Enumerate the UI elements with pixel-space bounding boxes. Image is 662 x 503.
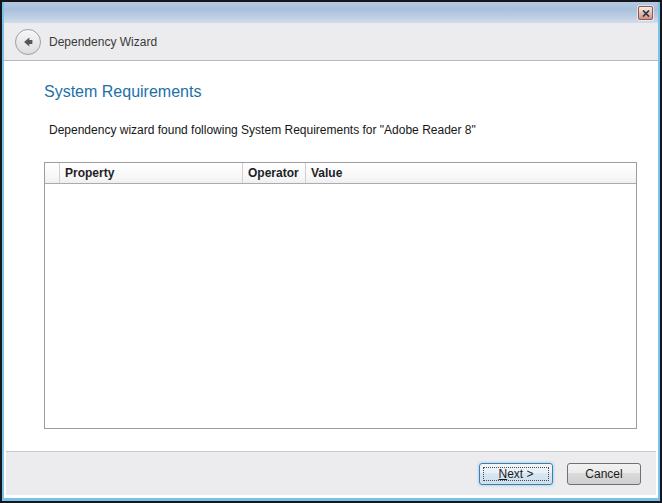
- column-header-operator[interactable]: Operator: [243, 163, 306, 183]
- next-button[interactable]: Next >: [479, 463, 553, 485]
- column-header-value[interactable]: Value: [306, 163, 636, 183]
- back-arrow-icon: [21, 35, 35, 49]
- content-area: System Requirements Dependency wizard fo…: [6, 62, 656, 454]
- titlebar: [4, 2, 658, 23]
- cancel-button[interactable]: Cancel: [567, 463, 641, 485]
- button-bar: Next > Cancel: [6, 451, 656, 495]
- column-header-blank[interactable]: [45, 163, 60, 183]
- table-body[interactable]: [45, 185, 636, 428]
- close-button[interactable]: [638, 6, 653, 20]
- next-button-focus-rect: Next >: [483, 467, 549, 481]
- wizard-header: Dependency Wizard: [4, 23, 658, 61]
- column-header-property[interactable]: Property: [60, 163, 243, 183]
- description-text: Dependency wizard found following System…: [49, 123, 476, 137]
- cancel-button-label: Cancel: [585, 467, 622, 481]
- dependency-wizard-window: Dependency Wizard System Requirements De…: [0, 0, 662, 503]
- table-header-row: Property Operator Value: [45, 163, 636, 184]
- window-inner: Dependency Wizard System Requirements De…: [2, 2, 660, 501]
- back-button[interactable]: [15, 29, 41, 55]
- requirements-table: Property Operator Value: [44, 162, 637, 429]
- next-button-label: Next >: [498, 467, 533, 481]
- page-title: System Requirements: [44, 83, 201, 101]
- close-icon: [642, 10, 650, 17]
- wizard-title: Dependency Wizard: [49, 35, 157, 49]
